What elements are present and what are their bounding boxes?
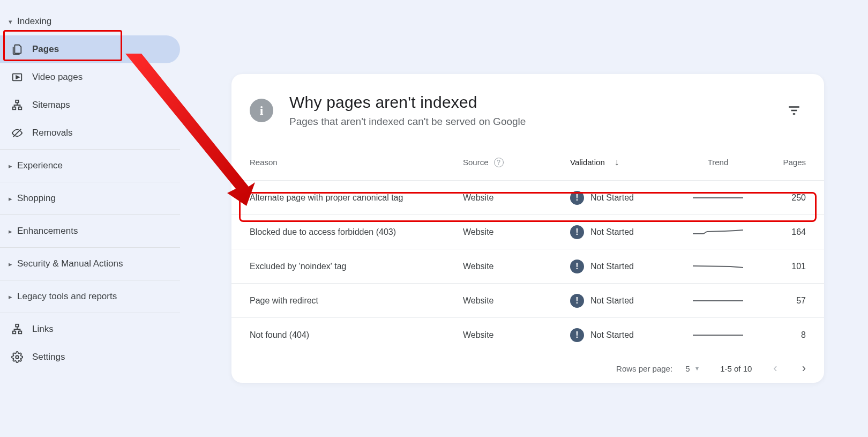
help-icon[interactable]: ?	[494, 158, 504, 167]
sidebar-group-label: Experience	[17, 160, 63, 171]
info-icon: i	[250, 99, 273, 122]
sort-down-icon: ↓	[615, 157, 619, 168]
sidebar-item-label: Pages	[32, 44, 59, 55]
cell-validation: !Not Started	[570, 260, 686, 273]
sidebar-item-settings[interactable]: Settings	[0, 343, 180, 371]
prev-page-button[interactable]: ‹	[773, 361, 777, 375]
sidebar-item-label: Sitemaps	[32, 100, 70, 110]
validation-status: Not Started	[590, 330, 634, 340]
cell-trend	[686, 195, 750, 201]
error-icon: !	[570, 260, 584, 273]
card-header: i Why pages aren't indexed Pages that ar…	[231, 74, 824, 144]
validation-status: Not Started	[590, 296, 634, 306]
gear-icon	[10, 351, 25, 363]
sidebar-group-enhancements[interactable]: Enhancements	[0, 217, 180, 245]
rows-per-page-select[interactable]: 5	[685, 364, 699, 373]
chevron-right-icon	[6, 227, 14, 235]
svg-rect-7	[19, 331, 22, 334]
sidebar: Indexing Pages Video pages Sitemaps	[0, 0, 180, 437]
cell-validation: !Not Started	[570, 328, 686, 342]
table-row[interactable]: Excluded by 'noindex' tagWebsite!Not Sta…	[231, 249, 824, 283]
indexing-card: i Why pages aren't indexed Pages that ar…	[231, 74, 824, 383]
cell-trend	[686, 332, 750, 338]
sidebar-group-label: Enhancements	[17, 226, 78, 236]
svg-line-15	[707, 231, 725, 232]
svg-line-16	[725, 231, 736, 231]
divider	[0, 280, 180, 280]
video-icon	[10, 71, 25, 83]
svg-rect-6	[13, 331, 16, 334]
svg-line-14	[704, 232, 707, 234]
sidebar-item-label: Removals	[32, 128, 73, 138]
rows-per-page-label: Rows per page:	[616, 364, 672, 373]
sidebar-group-security[interactable]: Security & Manual Actions	[0, 250, 180, 278]
col-header-reason[interactable]: Reason	[250, 158, 463, 167]
card-subtitle: Pages that aren't indexed can't be serve…	[289, 116, 782, 128]
error-icon: !	[570, 294, 584, 308]
sidebar-group-label: Legacy tools and reports	[17, 291, 117, 302]
card-title: Why pages aren't indexed	[289, 93, 782, 112]
cell-validation: !Not Started	[570, 191, 686, 205]
svg-rect-2	[13, 107, 16, 110]
svg-line-18	[693, 266, 730, 266]
sidebar-group-label: Indexing	[17, 16, 51, 27]
sidebar-group-label: Shopping	[17, 193, 56, 204]
col-header-pages[interactable]: Pages	[750, 158, 806, 167]
sidebar-item-pages[interactable]: Pages	[0, 35, 180, 63]
svg-point-8	[16, 355, 19, 359]
cell-pages: 57	[750, 296, 806, 306]
error-icon: !	[570, 191, 584, 205]
divider	[0, 149, 180, 150]
cell-reason: Alternate page with proper canonical tag	[250, 193, 463, 203]
page-range: 1-5 of 10	[720, 364, 752, 373]
validation-status: Not Started	[590, 227, 634, 237]
col-header-validation-label: Validation	[570, 158, 605, 167]
sidebar-item-links[interactable]: Links	[0, 315, 180, 343]
svg-rect-1	[16, 100, 19, 103]
cell-source: Website	[463, 330, 570, 340]
table-row[interactable]: Alternate page with proper canonical tag…	[231, 180, 824, 214]
svg-line-19	[730, 266, 743, 268]
cell-trend	[686, 264, 750, 269]
sidebar-item-removals[interactable]: Removals	[0, 119, 180, 147]
cell-validation: !Not Started	[570, 225, 686, 239]
cell-reason: Blocked due to access forbidden (403)	[250, 227, 463, 237]
cell-source: Website	[463, 193, 570, 203]
error-icon: !	[570, 328, 584, 342]
sidebar-group-indexing[interactable]: Indexing	[0, 8, 180, 35]
col-header-source-label: Source	[463, 158, 489, 167]
filter-button[interactable]	[782, 99, 806, 122]
cell-pages: 8	[750, 330, 806, 340]
chevron-down-icon	[6, 18, 14, 26]
sidebar-group-legacy[interactable]: Legacy tools and reports	[0, 283, 180, 310]
cell-pages: 101	[750, 262, 806, 271]
sidebar-item-label: Video pages	[32, 72, 83, 83]
validation-status: Not Started	[590, 193, 634, 203]
divider	[0, 247, 180, 248]
cell-validation: !Not Started	[570, 294, 686, 308]
table-row[interactable]: Page with redirectWebsite!Not Started57	[231, 283, 824, 317]
cell-source: Website	[463, 227, 570, 237]
col-header-trend[interactable]: Trend	[686, 158, 750, 167]
sidebar-group-shopping[interactable]: Shopping	[0, 184, 180, 212]
cell-reason: Not found (404)	[250, 330, 463, 340]
cell-reason: Page with redirect	[250, 296, 463, 306]
cell-pages: 164	[750, 227, 806, 237]
pages-icon	[10, 43, 25, 55]
table-row[interactable]: Blocked due to access forbidden (403)Web…	[231, 214, 824, 249]
sidebar-group-experience[interactable]: Experience	[0, 152, 180, 180]
sidebar-item-sitemaps[interactable]: Sitemaps	[0, 91, 180, 119]
cell-pages: 250	[750, 193, 806, 203]
sidebar-item-video-pages[interactable]: Video pages	[0, 63, 180, 91]
table-row[interactable]: Not found (404)Website!Not Started8	[231, 317, 824, 352]
chevron-right-icon	[6, 162, 14, 170]
divider	[0, 313, 180, 313]
col-header-validation[interactable]: Validation ↓	[570, 157, 686, 168]
divider	[0, 182, 180, 182]
sitemap-icon	[10, 99, 25, 111]
next-page-button[interactable]: ›	[802, 361, 806, 375]
chevron-right-icon	[6, 293, 14, 301]
col-header-source[interactable]: Source ?	[463, 158, 570, 167]
cell-source: Website	[463, 296, 570, 306]
chevron-right-icon	[6, 260, 14, 268]
